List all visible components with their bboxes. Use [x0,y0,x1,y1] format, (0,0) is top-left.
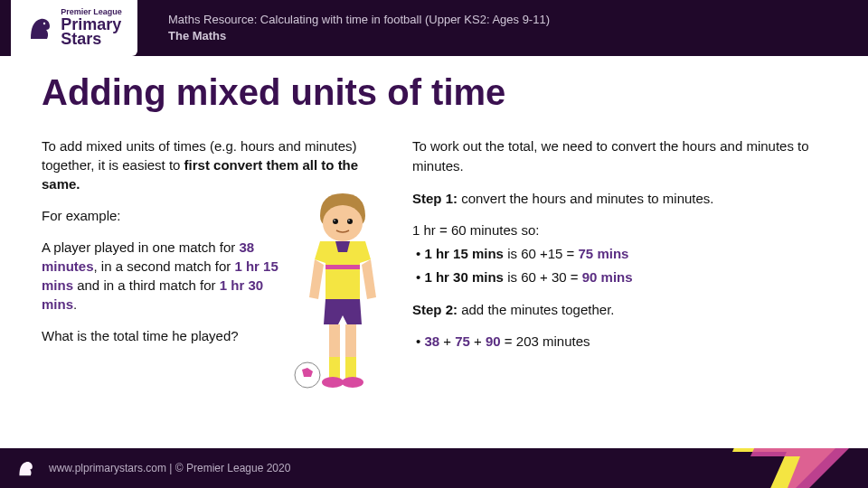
lion-icon [16,458,36,478]
for-example-label: For example: [42,206,286,225]
header-text: Maths Resource: Calculating with time in… [168,12,550,44]
brand-logo: Premier League Primary Stars [11,0,137,56]
hr-conversion: 1 hr = 60 minutes so: [412,221,826,240]
step1: Step 1: convert the hours and minutes to… [412,189,826,209]
svg-rect-9 [329,357,340,379]
svg-rect-6 [326,265,360,269]
step2: Step 2: add the minutes together. [412,300,826,320]
svg-point-12 [342,377,363,388]
svg-point-0 [43,23,45,24]
svg-rect-10 [345,357,356,379]
conversion-list: 1 hr 15 mins is 60 +15 = 75 mins 1 hr 30… [412,244,826,287]
svg-rect-7 [329,324,340,357]
question-text: What is the total time he played? [42,326,286,345]
footer-text: www.plprimarystars.com | © Premier Leagu… [49,462,290,474]
svg-point-11 [322,377,344,388]
content-area: Adding mixed units of time To add mixed … [0,56,868,364]
right-intro: To work out the total, we need to conver… [412,136,826,176]
intro-paragraph: To add mixed units of times (e.g. hours … [42,136,385,193]
svg-point-4 [334,220,335,221]
columns: To add mixed units of times (e.g. hours … [42,136,826,364]
header-bar: Premier League Primary Stars Maths Resou… [0,0,868,56]
list-item: 38 + 75 + 90 = 203 minutes [416,332,826,352]
svg-point-5 [348,220,350,221]
svg-rect-8 [345,324,356,357]
logo-text: Premier League Primary Stars [61,8,122,48]
svg-point-3 [347,219,353,224]
page-title: Adding mixed units of time [42,72,826,113]
sum-list: 38 + 75 + 90 = 203 minutes [412,332,826,352]
svg-point-1 [323,205,363,241]
player-illustration [293,189,392,397]
example-text: A player played in one match for 38 minu… [42,238,286,314]
svg-point-2 [333,219,338,224]
footer-bar: www.plprimarystars.com | © Premier Leagu… [0,448,868,488]
list-item: 1 hr 15 mins is 60 +15 = 75 mins [416,244,826,264]
left-column: To add mixed units of times (e.g. hours … [42,136,385,364]
resource-subtitle: The Maths [168,28,550,44]
right-column: To work out the total, we need to conver… [412,136,826,364]
logo-bot-line: Stars [61,31,122,48]
resource-line: Maths Resource: Calculating with time in… [168,12,550,28]
lightning-icon [723,448,868,488]
list-item: 1 hr 30 mins is 60 + 30 = 90 mins [416,267,826,287]
lion-icon [26,14,55,42]
